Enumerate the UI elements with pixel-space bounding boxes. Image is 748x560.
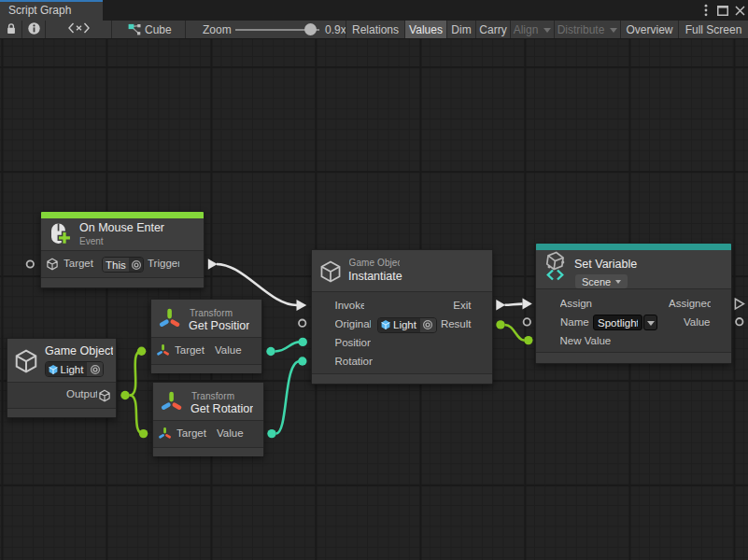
info-icon xyxy=(28,22,40,37)
tab-bar: Script Graph xyxy=(0,0,748,21)
port-label-assign: Assign xyxy=(560,298,594,309)
script-graph-window: Script Graph xyxy=(0,0,748,560)
pill-content: Light xyxy=(46,362,88,376)
object-picker-icon[interactable] xyxy=(129,258,143,272)
chevron-down-icon xyxy=(543,28,551,33)
node-set-variable[interactable]: Set Variable Scene Assign Assigned Name … xyxy=(535,243,732,364)
node-footer xyxy=(153,447,263,456)
port-row: Output xyxy=(7,383,116,408)
node-body: Assign Assigned Name Spotlight Value New… xyxy=(536,289,731,352)
object-picker-icon[interactable] xyxy=(87,362,103,376)
node-subtitle: Event xyxy=(79,236,104,246)
maximize-icon[interactable] xyxy=(714,0,731,21)
object-value-pill[interactable]: Light xyxy=(45,361,105,377)
node-body: Target This Trigger xyxy=(41,251,204,277)
node-header: Game Object Instantiate xyxy=(312,250,492,292)
game-object-icon xyxy=(318,259,343,287)
zoom-value: 0.9x xyxy=(325,23,346,36)
game-object-icon xyxy=(98,389,111,406)
target-value-pill[interactable]: This xyxy=(102,257,145,273)
node-footer xyxy=(7,408,116,417)
node-category: Transform xyxy=(191,391,257,401)
chevron-down-icon xyxy=(615,280,621,284)
chevron-down-icon xyxy=(610,28,617,33)
code-preview-button[interactable] xyxy=(46,21,112,38)
port-row: Rotation xyxy=(312,353,492,371)
toolbar-button-carry[interactable]: Carry xyxy=(476,21,511,38)
lock-icon xyxy=(6,22,17,37)
node-title: Instantiate xyxy=(348,270,460,283)
mouse-event-icon xyxy=(49,223,71,250)
port-label-assigned: Assigned xyxy=(669,298,711,309)
zoom-label: Zoom xyxy=(203,23,232,36)
port-label-value: Value xyxy=(217,427,245,439)
node-title: Get Rotation xyxy=(191,402,253,415)
variable-name-field[interactable]: Spotlight xyxy=(593,315,642,330)
port-row: Name Spotlight Value xyxy=(536,314,731,332)
node-header: Transform Get Rotation xyxy=(153,383,263,421)
toolbar-button-full-screen[interactable]: Full Screen xyxy=(679,21,748,38)
port-label-target: Target xyxy=(64,258,101,269)
info-button[interactable] xyxy=(22,21,46,38)
code-preview-icon xyxy=(68,22,90,36)
port-label-rotation: Rotation xyxy=(335,356,373,367)
transform-icon xyxy=(156,343,170,361)
lock-button[interactable] xyxy=(0,21,22,38)
prefab-cube-icon xyxy=(380,319,391,330)
node-header: Game Object Light xyxy=(7,339,116,383)
node-game-object-literal[interactable]: Game Object Light xyxy=(7,338,117,418)
toolbar-button-align[interactable]: Align xyxy=(511,21,555,38)
port-row: Invoke Exit xyxy=(312,297,492,315)
port-row: Assign Assigned xyxy=(536,295,731,314)
tab-title: Script Graph xyxy=(8,4,71,17)
node-title: Set Variable xyxy=(574,258,686,271)
node-on-mouse-enter[interactable]: On Mouse Enter Event Target This xyxy=(40,211,205,288)
node-footer xyxy=(536,352,731,363)
event-color-strip xyxy=(41,212,204,218)
toolbar-button-distribute[interactable]: Distribute xyxy=(555,21,621,38)
port-row: New Value xyxy=(536,332,731,351)
node-footer xyxy=(41,277,204,287)
game-object-icon xyxy=(13,348,39,378)
zoom-slider-knob[interactable] xyxy=(304,23,317,35)
graph-breadcrumb[interactable]: Cube xyxy=(112,21,186,38)
port-label-output: Output xyxy=(66,388,97,399)
toolbar-button-dim[interactable]: Dim xyxy=(447,21,476,38)
transform-icon xyxy=(158,307,181,334)
node-body: Output xyxy=(7,383,116,408)
kebab-menu-icon[interactable] xyxy=(698,0,714,21)
node-footer xyxy=(312,373,492,384)
node-instantiate[interactable]: Game Object Instantiate Invoke Exit Orig… xyxy=(311,249,493,385)
node-header: On Mouse Enter Event xyxy=(41,218,204,251)
port-label-original: Original xyxy=(335,318,372,329)
port-label-new-value: New Value xyxy=(560,335,626,346)
node-get-position[interactable]: Transform Get Position Target Value xyxy=(150,299,262,373)
node-get-rotation[interactable]: Transform Get Rotation Target Value xyxy=(152,382,264,456)
toolbar-button-values[interactable]: Values xyxy=(405,21,447,38)
port-label-trigger: Trigger xyxy=(148,258,179,269)
breadcrumb-label: Cube xyxy=(145,23,172,36)
node-header: Transform Get Position xyxy=(151,300,261,338)
game-object-icon xyxy=(46,258,59,274)
port-row: Target Value xyxy=(153,421,263,447)
script-graph-icon xyxy=(128,23,141,35)
prefab-cube-icon xyxy=(48,364,59,375)
close-icon[interactable] xyxy=(731,0,748,21)
transform-icon xyxy=(160,390,183,417)
node-footer xyxy=(151,364,261,373)
toolbar-button-relations[interactable]: Relations xyxy=(346,21,405,38)
tab-script-graph[interactable]: Script Graph xyxy=(0,0,103,21)
port-label-invoke: Invoke xyxy=(335,300,364,311)
node-body: Invoke Exit Original Light xyxy=(312,292,492,373)
port-label-position: Position xyxy=(335,337,372,348)
variable-name-dropdown[interactable] xyxy=(643,315,657,330)
port-row: Target Value xyxy=(151,338,261,364)
node-category: Game Object xyxy=(349,258,401,268)
port-label-target: Target xyxy=(175,344,212,356)
port-label-value: Value xyxy=(215,344,243,356)
node-body: Target Value xyxy=(151,338,261,364)
variable-scope-dropdown[interactable]: Scene xyxy=(575,274,628,288)
node-title: On Mouse Enter xyxy=(79,221,199,234)
toolbar-button-overview[interactable]: Overview xyxy=(621,21,679,38)
node-category: Transform xyxy=(190,308,255,318)
